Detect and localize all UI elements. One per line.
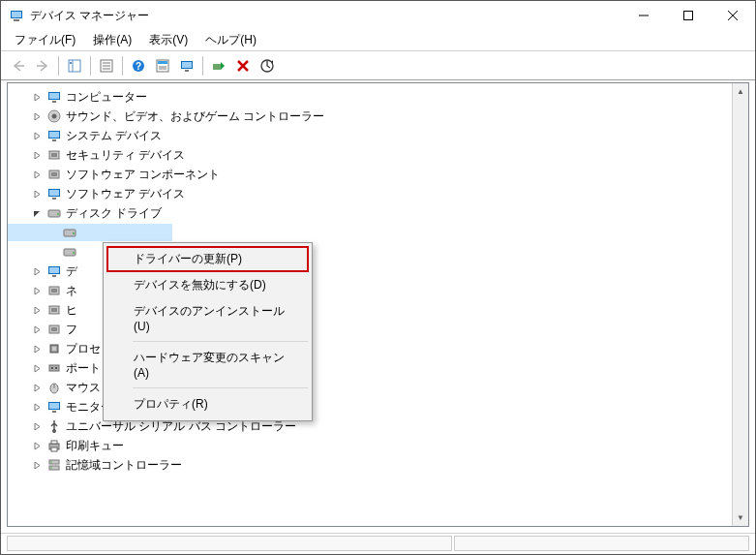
expand-arrow-open-icon[interactable] [31,207,43,219]
expand-arrow-closed-icon[interactable] [31,188,43,200]
svg-rect-42 [49,190,59,196]
speaker-icon [46,108,62,124]
tree-item[interactable]: ディスク ドライブ [8,203,732,223]
update-driver-button[interactable] [151,54,174,77]
back-button[interactable] [7,54,30,77]
svg-rect-58 [51,327,57,331]
scroll-up-icon[interactable]: ▲ [733,83,748,100]
tree-item[interactable]: サウンド、ビデオ、およびゲーム コントローラー [8,107,732,126]
tree-item-label: セキュリティ デバイス [66,147,185,164]
disk-icon [62,225,77,240]
device-icon [46,322,62,337]
minimize-button[interactable] [621,1,666,30]
tree-item[interactable]: 記憶域コントローラー [8,455,732,475]
status-cell [7,536,452,551]
window-title: デバイス マネージャー [30,8,621,24]
svg-rect-31 [52,101,56,103]
expand-arrow-closed-icon[interactable] [31,440,43,451]
vertical-scrollbar[interactable]: ▲ ▼ [732,83,748,526]
svg-rect-11 [70,62,72,64]
context-uninstall-device[interactable]: デバイスのアンインストール(U) [106,298,309,338]
svg-rect-25 [213,64,221,70]
menu-file[interactable]: ファイル(F) [7,30,83,50]
tree-item[interactable]: セキュリティ デバイス [8,145,732,165]
show-hide-tree-button[interactable] [63,54,86,77]
disk-icon [62,244,77,260]
svg-point-63 [55,367,57,369]
menu-view[interactable]: 表示(V) [141,30,196,50]
device-icon [46,167,62,182]
expand-arrow-closed-icon[interactable] [31,110,43,122]
svg-rect-71 [51,441,57,444]
context-separator [133,387,308,388]
tree-item[interactable]: ソフトウェア デバイス [8,184,732,203]
tree-item[interactable]: コンピューター [8,87,732,107]
expand-arrow-none [46,246,58,258]
port-icon [46,360,62,376]
expand-arrow-closed-icon[interactable] [31,343,43,355]
printer-icon [46,438,62,453]
svg-rect-1 [12,12,21,17]
enable-device-button[interactable] [207,54,230,77]
expand-arrow-closed-icon[interactable] [31,285,43,296]
disk-icon [46,205,62,221]
svg-rect-52 [52,275,56,277]
close-button[interactable] [711,1,755,30]
usb-icon [46,418,62,434]
svg-point-45 [57,213,59,215]
svg-rect-60 [52,347,56,351]
svg-rect-9 [69,60,80,72]
menu-action[interactable]: 操作(A) [85,30,139,50]
tree-item-label: デ [66,263,77,280]
tree-item[interactable]: システム デバイス [8,126,732,145]
svg-rect-61 [49,365,59,371]
context-scan-hardware[interactable]: ハードウェア変更のスキャン(A) [106,345,309,385]
tree-item[interactable]: ソフトウェア コンポーネント [8,165,732,184]
svg-rect-19 [158,61,167,64]
expand-arrow-closed-icon[interactable] [31,304,43,316]
expand-arrow-closed-icon[interactable] [31,382,43,393]
tree-item[interactable]: 印刷キュー [8,436,732,455]
storage-icon [46,457,62,473]
expand-arrow-closed-icon[interactable] [31,91,43,103]
scroll-down-icon[interactable]: ▼ [733,509,748,526]
monitor-icon [46,186,62,201]
menu-help[interactable]: ヘルプ(H) [197,30,264,50]
context-disable-device[interactable]: デバイスを無効にする(D) [106,272,309,298]
context-properties[interactable]: プロパティ(R) [106,391,309,417]
properties-button[interactable] [95,54,118,77]
svg-point-69 [52,429,56,433]
expand-arrow-closed-icon[interactable] [31,130,43,141]
help-button[interactable]: ? [127,54,150,77]
tree-item[interactable] [8,223,732,242]
expand-arrow-closed-icon[interactable] [31,149,43,161]
maximize-button[interactable] [666,1,711,30]
cpu-icon [46,341,62,356]
uninstall-device-button[interactable] [231,54,255,77]
context-update-driver[interactable]: ドライバーの更新(P) [106,246,309,272]
toolbar-separator [122,56,123,76]
expand-arrow-closed-icon[interactable] [31,420,43,432]
toolbar: ? [1,51,755,80]
tree-item-label: システム デバイス [66,128,162,144]
tree-item-label: ディスク ドライブ [66,205,162,222]
svg-rect-35 [49,132,59,138]
forward-button[interactable] [31,54,54,77]
svg-point-75 [50,461,52,463]
scan-hardware-button[interactable] [256,54,279,77]
expand-arrow-closed-icon[interactable] [31,362,43,374]
monitor-button[interactable] [175,54,198,77]
svg-point-47 [73,232,75,234]
expand-arrow-closed-icon[interactable] [31,265,43,277]
expand-arrow-closed-icon[interactable] [31,459,43,471]
svg-rect-68 [52,411,56,413]
svg-rect-36 [52,139,56,141]
tree-item-label: コンピューター [66,89,147,106]
expand-arrow-closed-icon[interactable] [31,401,43,413]
toolbar-separator [58,56,59,76]
expand-arrow-closed-icon[interactable] [31,324,43,335]
svg-point-62 [51,367,53,369]
mouse-icon [46,380,62,395]
expand-arrow-closed-icon[interactable] [31,169,43,180]
svg-point-33 [52,114,57,119]
